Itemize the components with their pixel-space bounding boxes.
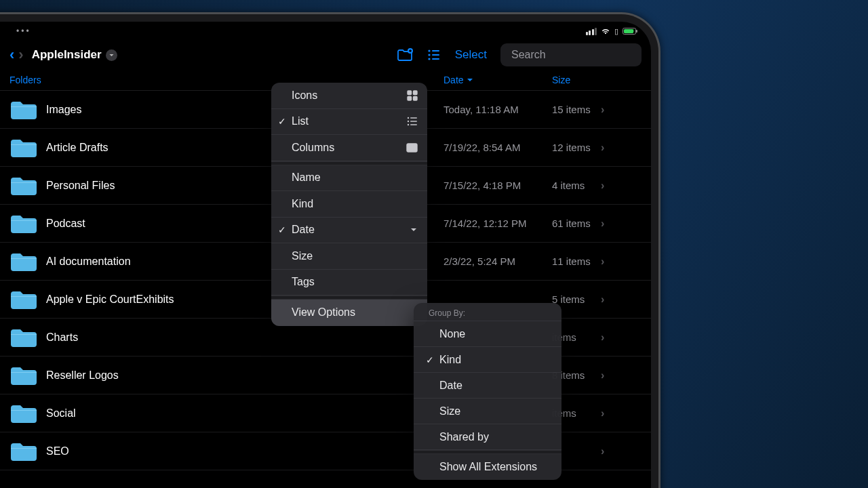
multitask-dots[interactable]: ••• xyxy=(16,26,31,36)
check-icon: ✓ xyxy=(426,354,434,365)
chevron-down-icon xyxy=(106,49,117,61)
folder-icon xyxy=(9,175,38,197)
group-by-header: Group By: xyxy=(414,303,561,321)
svg-point-5 xyxy=(428,58,430,60)
svg-point-17 xyxy=(408,124,409,125)
group-size[interactable]: Size xyxy=(414,399,561,424)
view-options[interactable]: View Options xyxy=(271,300,427,326)
col-date[interactable]: Date xyxy=(443,75,552,85)
back-button[interactable]: ‹ xyxy=(9,46,14,64)
ipad-frame: ••• ▯ ⚡︎ ‹ › AppleInsider S xyxy=(0,22,651,488)
search-input[interactable] xyxy=(511,49,647,61)
group-date[interactable]: Date xyxy=(414,373,561,399)
svg-point-15 xyxy=(408,121,409,122)
svg-point-1 xyxy=(428,49,430,52)
group-kind[interactable]: ✓ Kind xyxy=(414,347,561,373)
status-bar: ••• ▯ ⚡︎ xyxy=(0,22,651,41)
battery-icon xyxy=(623,28,636,35)
nav-bar: ‹ › AppleInsider Select xyxy=(0,41,651,69)
sort-tags[interactable]: Tags xyxy=(271,270,427,296)
folder-icon xyxy=(9,213,38,235)
svg-rect-16 xyxy=(410,121,417,122)
folder-icon xyxy=(9,99,38,121)
folder-icon xyxy=(9,289,38,310)
svg-rect-19 xyxy=(407,144,417,152)
breadcrumb[interactable]: AppleInsider xyxy=(32,48,117,62)
check-icon: ✓ xyxy=(278,116,286,127)
view-columns[interactable]: Columns xyxy=(271,135,427,161)
sort-kind[interactable]: Kind xyxy=(271,191,427,218)
sort-name[interactable]: Name xyxy=(271,165,427,192)
sort-size[interactable]: Size xyxy=(271,243,427,270)
forward-button: › xyxy=(18,46,23,64)
col-size[interactable]: Size xyxy=(552,75,613,85)
svg-point-3 xyxy=(428,54,430,56)
chevron-right-icon: › xyxy=(601,218,604,230)
chevron-right-icon: › xyxy=(601,180,604,192)
show-all-extensions[interactable]: Show All Extensions xyxy=(414,454,561,480)
search-field[interactable] xyxy=(500,43,642,66)
svg-rect-12 xyxy=(414,96,418,100)
view-list[interactable]: ✓ List xyxy=(271,109,427,136)
chevron-right-icon: › xyxy=(601,331,604,344)
group-shared-by[interactable]: Shared by xyxy=(414,424,561,450)
chevron-right-icon: › xyxy=(601,407,604,420)
svg-rect-18 xyxy=(410,124,417,125)
chevron-right-icon: › xyxy=(601,104,604,116)
svg-rect-6 xyxy=(432,58,439,60)
check-icon: ✓ xyxy=(278,224,286,235)
svg-rect-11 xyxy=(408,96,412,100)
svg-rect-14 xyxy=(410,117,417,119)
group-none[interactable]: None xyxy=(414,321,561,347)
view-mode-button[interactable] xyxy=(427,47,441,62)
svg-rect-9 xyxy=(408,91,412,95)
rotation-lock-icon: ▯ xyxy=(614,27,618,36)
columns-icon xyxy=(406,143,418,152)
svg-rect-4 xyxy=(432,54,439,56)
grid-icon xyxy=(407,90,418,101)
folder-icon xyxy=(9,441,38,462)
svg-point-13 xyxy=(408,117,409,119)
chevron-down-icon xyxy=(410,226,418,234)
view-icons[interactable]: Icons xyxy=(271,83,427,109)
group-by-popover: Group By: None ✓ Kind Date Size Shared b… xyxy=(414,303,561,480)
svg-rect-10 xyxy=(414,91,418,95)
chevron-right-icon: › xyxy=(601,445,604,458)
folder-icon xyxy=(9,365,38,386)
folder-icon xyxy=(9,403,38,424)
chevron-down-icon xyxy=(467,77,473,83)
new-folder-button[interactable] xyxy=(397,47,413,62)
chevron-right-icon: › xyxy=(601,293,604,306)
sort-date[interactable]: ✓ Date xyxy=(271,218,427,244)
folder-icon xyxy=(9,327,38,348)
view-menu-popover: Icons ✓ List Columns Name Kind ✓ Date Si… xyxy=(271,83,427,326)
wifi-icon xyxy=(601,26,610,36)
list-icon xyxy=(407,116,418,127)
cellular-icon xyxy=(586,28,597,35)
svg-rect-2 xyxy=(432,50,439,52)
folder-icon xyxy=(9,137,38,159)
chevron-right-icon: › xyxy=(601,256,604,268)
folder-title: AppleInsider xyxy=(32,48,102,62)
select-button[interactable]: Select xyxy=(455,48,487,62)
folder-icon xyxy=(9,251,38,272)
chevron-right-icon: › xyxy=(601,369,604,382)
chevron-right-icon: › xyxy=(601,142,604,154)
